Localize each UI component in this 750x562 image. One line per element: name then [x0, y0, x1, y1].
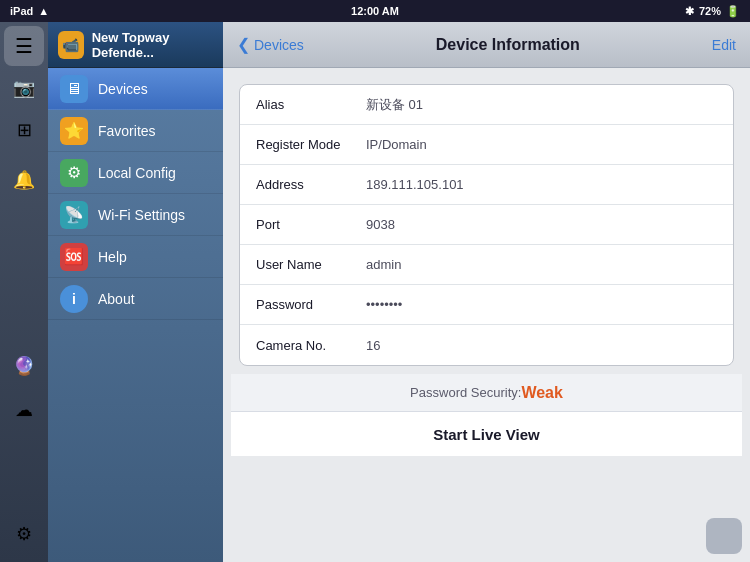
- nav-header-icon: 📹: [58, 31, 84, 59]
- label-alias: Alias: [256, 97, 366, 112]
- nav-devices-label: Devices: [98, 81, 148, 97]
- content-title: Device Information: [436, 36, 580, 54]
- nav-local-config-icon: ⚙: [60, 159, 88, 187]
- table-row-address: Address 189.111.105.101: [240, 165, 733, 205]
- value-port: 9038: [366, 217, 395, 232]
- nav-devices-icon: 🖥: [60, 75, 88, 103]
- nav-item-wifi-settings[interactable]: 📡 Wi-Fi Settings: [48, 194, 223, 236]
- nav-help-label: Help: [98, 249, 127, 265]
- table-row-camera-no: Camera No. 16: [240, 325, 733, 365]
- password-security-status: Weak: [521, 384, 563, 402]
- nav-item-devices[interactable]: 🖥 Devices: [48, 68, 223, 110]
- back-chevron-icon: ❮: [237, 35, 250, 54]
- battery-label: 72%: [699, 5, 721, 17]
- sidebar-icon-cloud[interactable]: ☁: [4, 390, 44, 430]
- nav-item-help[interactable]: 🆘 Help: [48, 236, 223, 278]
- password-security-prefix: Password Security:: [410, 385, 521, 400]
- back-button[interactable]: ❮ Devices: [237, 35, 304, 54]
- value-address: 189.111.105.101: [366, 177, 464, 192]
- table-row-port: Port 9038: [240, 205, 733, 245]
- nav-camera-icon: 📹: [62, 37, 79, 53]
- status-bar-left: iPad ▲: [10, 5, 49, 17]
- icon-sidebar: ☰ 📷 ⊞ 🔔 🔮 ☁ ⚙: [0, 22, 48, 562]
- nav-item-about[interactable]: i About: [48, 278, 223, 320]
- label-camera-no: Camera No.: [256, 338, 366, 353]
- puzzle-icon: 🔮: [13, 355, 35, 377]
- nav-header-title: New Topway Defende...: [92, 30, 223, 60]
- menu-icon: ☰: [15, 34, 33, 58]
- sidebar-bottom: 🔮 ☁ ⚙: [4, 346, 44, 562]
- grid-icon: ⊞: [17, 119, 32, 141]
- status-bar-right: ✱ 72% 🔋: [685, 5, 740, 18]
- password-security-row: Password Security: Weak: [231, 374, 742, 412]
- label-port: Port: [256, 217, 366, 232]
- table-row-username: User Name admin: [240, 245, 733, 285]
- nav-item-local-config[interactable]: ⚙ Local Config: [48, 152, 223, 194]
- nav-item-favorites[interactable]: ⭐ Favorites: [48, 110, 223, 152]
- edit-button[interactable]: Edit: [712, 37, 736, 53]
- settings-icon: ⚙: [16, 523, 32, 545]
- bluetooth-icon: ✱: [685, 5, 694, 18]
- alert-icon: 🔔: [13, 169, 35, 191]
- cloud-icon: ☁: [15, 399, 33, 421]
- app-container: ☰ 📷 ⊞ 🔔 🔮 ☁ ⚙ 📹 New Topw: [0, 22, 750, 562]
- camera-icon: 📷: [13, 77, 35, 99]
- start-live-view-button[interactable]: Start Live View: [231, 412, 742, 456]
- value-camera-no: 16: [366, 338, 380, 353]
- nav-help-icon: 🆘: [60, 243, 88, 271]
- device-info-section: Alias 新设备 01 Register Mode IP/Domain Add…: [223, 68, 750, 562]
- nav-header: 📹 New Topway Defende...: [48, 22, 223, 68]
- sidebar-icon-settings[interactable]: ⚙: [4, 514, 44, 554]
- nav-wifi-icon: 📡: [60, 201, 88, 229]
- value-register-mode: IP/Domain: [366, 137, 427, 152]
- nav-menu: 📹 New Topway Defende... 🖥 Devices ⭐ Favo…: [48, 22, 223, 562]
- sidebar-icon-puzzle[interactable]: 🔮: [4, 346, 44, 386]
- value-username: admin: [366, 257, 401, 272]
- content-header: ❮ Devices Device Information Edit: [223, 22, 750, 68]
- nav-favorites-icon: ⭐: [60, 117, 88, 145]
- nav-about-icon: i: [60, 285, 88, 313]
- sidebar-icon-alert[interactable]: 🔔: [4, 160, 44, 200]
- nav-about-label: About: [98, 291, 135, 307]
- table-row-password: Password ••••••••: [240, 285, 733, 325]
- ipad-label: iPad: [10, 5, 33, 17]
- sidebar-icon-grid[interactable]: ⊞: [4, 110, 44, 150]
- table-row-alias: Alias 新设备 01: [240, 85, 733, 125]
- label-password: Password: [256, 297, 366, 312]
- value-alias: 新设备 01: [366, 96, 423, 114]
- sidebar-icon-menu[interactable]: ☰: [4, 26, 44, 66]
- wifi-icon: ▲: [38, 5, 49, 17]
- start-live-label: Start Live View: [433, 426, 539, 443]
- back-label: Devices: [254, 37, 304, 53]
- home-button[interactable]: [706, 518, 742, 554]
- value-password: ••••••••: [366, 297, 402, 312]
- label-username: User Name: [256, 257, 366, 272]
- battery-icon: 🔋: [726, 5, 740, 18]
- label-register-mode: Register Mode: [256, 137, 366, 152]
- nav-local-config-label: Local Config: [98, 165, 176, 181]
- device-info-table: Alias 新设备 01 Register Mode IP/Domain Add…: [239, 84, 734, 366]
- status-bar: iPad ▲ 12:00 AM ✱ 72% 🔋: [0, 0, 750, 22]
- label-address: Address: [256, 177, 366, 192]
- table-row-register-mode: Register Mode IP/Domain: [240, 125, 733, 165]
- nav-wifi-label: Wi-Fi Settings: [98, 207, 185, 223]
- status-bar-time: 12:00 AM: [351, 5, 399, 17]
- nav-favorites-label: Favorites: [98, 123, 156, 139]
- main-content: ❮ Devices Device Information Edit Alias …: [223, 22, 750, 562]
- sidebar-icon-camera[interactable]: 📷: [4, 68, 44, 108]
